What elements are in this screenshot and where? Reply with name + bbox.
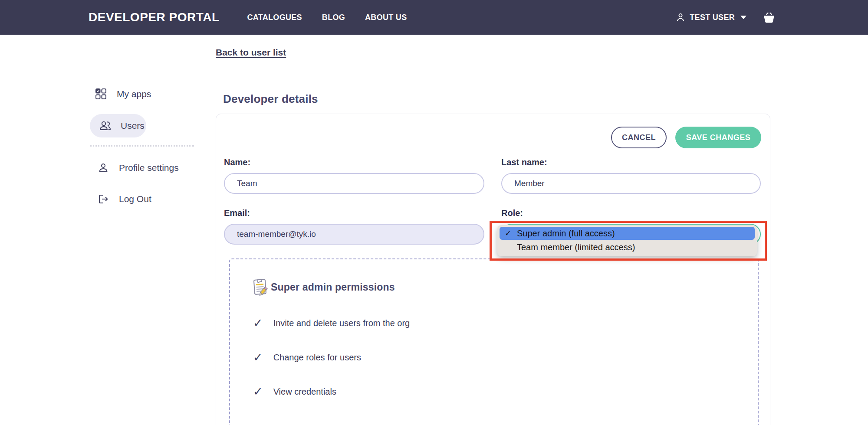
top-navbar: DEVELOPER PORTAL CATALOGUES BLOG ABOUT U…: [0, 0, 868, 35]
nav-link-about-us[interactable]: ABOUT US: [365, 13, 407, 22]
save-changes-button[interactable]: SAVE CHANGES: [675, 127, 761, 148]
nav-link-catalogues[interactable]: CATALOGUES: [247, 13, 302, 22]
memo-pencil-icon: [251, 278, 270, 297]
email-input[interactable]: [224, 224, 484, 245]
permission-item: ✓ View credentials: [253, 386, 336, 398]
sidebar-divider: [90, 145, 194, 147]
nav-links: CATALOGUES BLOG ABOUT US: [247, 13, 407, 22]
role-option-label: Super admin (full access): [517, 229, 615, 239]
nav-link-blog[interactable]: BLOG: [322, 13, 345, 22]
role-option-label: Team member (limited access): [517, 242, 635, 252]
role-label: Role:: [501, 208, 523, 218]
permission-item: ✓ Invite and delete users from the org: [253, 317, 410, 329]
sidebar-item-label: My apps: [117, 89, 151, 99]
sidebar-item-log-out[interactable]: Log Out: [98, 193, 151, 205]
cancel-button[interactable]: CANCEL: [611, 127, 667, 148]
portal-logo[interactable]: DEVELOPER PORTAL: [89, 10, 220, 24]
sidebar-item-label: Log Out: [119, 194, 151, 204]
name-input[interactable]: [224, 173, 484, 194]
permissions-header: Super admin permissions: [251, 278, 395, 297]
users-icon: [99, 120, 111, 131]
name-label: Name:: [224, 157, 250, 167]
check-icon: ✓: [253, 352, 263, 363]
developer-portal-page: DEVELOPER PORTAL CATALOGUES BLOG ABOUT U…: [0, 0, 868, 425]
last-name-input[interactable]: [501, 173, 761, 194]
chevron-down-icon: [740, 16, 746, 19]
cart-icon[interactable]: [762, 11, 776, 24]
permission-item: ✓ Change roles for users: [253, 352, 361, 363]
role-dropdown-menu: ✓ Super admin (full access) Team member …: [497, 225, 757, 256]
page-title: Developer details: [223, 92, 318, 106]
role-option-team-member[interactable]: Team member (limited access): [500, 241, 755, 254]
role-option-super-admin[interactable]: ✓ Super admin (full access): [500, 227, 755, 240]
sidebar-item-my-apps[interactable]: My apps: [95, 88, 151, 100]
permission-item-label: Change roles for users: [273, 353, 361, 363]
last-name-label: Last name:: [501, 157, 547, 167]
sidebar-item-label: Profile settings: [119, 163, 179, 173]
permission-item-label: Invite and delete users from the org: [273, 318, 410, 328]
check-icon: ✓: [505, 229, 517, 238]
back-to-user-list-link[interactable]: Back to user list: [216, 47, 286, 58]
user-menu-label: TEST USER: [690, 13, 735, 22]
permission-item-label: View credentials: [273, 387, 336, 397]
apps-grid-icon: [95, 88, 107, 100]
check-icon: ✓: [253, 317, 263, 329]
person-icon: [675, 12, 686, 23]
permissions-panel: Super admin permissions ✓ Invite and del…: [229, 258, 759, 425]
logout-icon: [98, 193, 109, 205]
navbar-right: TEST USER: [675, 11, 776, 24]
email-label: Email:: [224, 208, 250, 218]
developer-details-card: CANCEL SAVE CHANGES Name: Last name: Ema…: [216, 114, 770, 425]
sidebar-item-profile-settings[interactable]: Profile settings: [98, 162, 179, 173]
permissions-title: Super admin permissions: [271, 281, 395, 293]
person-icon: [98, 162, 109, 173]
user-menu[interactable]: TEST USER: [675, 12, 746, 23]
check-icon: ✓: [253, 386, 263, 398]
sidebar-item-label: Users: [121, 121, 145, 131]
sidebar-item-users[interactable]: Users: [90, 114, 146, 137]
